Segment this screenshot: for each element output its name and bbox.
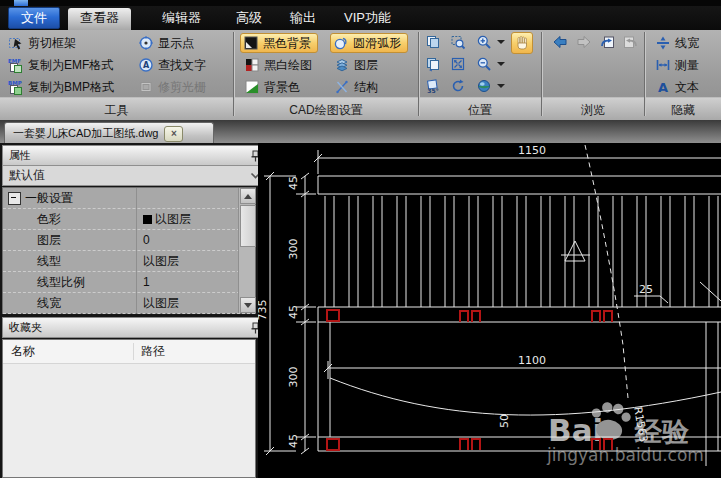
redo-page-glyph xyxy=(622,34,638,50)
properties-preset-select[interactable]: 默认值 xyxy=(2,165,268,186)
prop-value: 1 xyxy=(143,272,150,292)
bw-drawing-button[interactable]: 黑白绘图 xyxy=(244,56,312,74)
text-icon: A xyxy=(655,79,671,95)
properties-scrollbar[interactable] xyxy=(238,188,255,313)
find-text-icon: A xyxy=(138,57,154,73)
group-row-label: 一般设置 xyxy=(25,188,73,208)
svg-text:A: A xyxy=(658,80,668,95)
hand-icon xyxy=(514,35,530,51)
column-name[interactable]: 名称 xyxy=(11,340,35,363)
3d-orbit-icon[interactable] xyxy=(474,76,494,96)
property-row-lineweight[interactable]: 线宽 以图层 xyxy=(3,293,255,314)
color-swatch xyxy=(143,215,152,224)
favorites-list: 名称 路径 xyxy=(2,339,256,478)
svg-text:35°: 35° xyxy=(427,87,438,94)
find-text-button[interactable]: A 查找文字 xyxy=(138,56,206,74)
swap-view-icon[interactable] xyxy=(423,54,443,74)
previous-view-icon[interactable] xyxy=(598,32,618,52)
rotate-view-icon[interactable] xyxy=(448,76,468,96)
property-row-ltscale[interactable]: 线型比例 1 xyxy=(3,272,255,293)
black-background-label: 黑色背景 xyxy=(263,35,311,52)
scrollbar-thumb[interactable] xyxy=(240,205,256,247)
arrow-left-glyph xyxy=(552,34,568,50)
menu-tab-editor[interactable]: 编辑器 xyxy=(150,8,213,28)
structure-label: 结构 xyxy=(354,79,378,96)
zoom-in-icon[interactable] xyxy=(474,32,494,52)
drawing-canvas[interactable]: Bai 经验 jingyan.baidu.com xyxy=(258,143,721,478)
group-label-browse: 浏览 xyxy=(542,100,644,120)
background-color-button[interactable]: 背景色 xyxy=(244,78,300,96)
dimension-labels: 1150 1100 735 45 300 45 300 45 50 25 R15… xyxy=(258,144,653,448)
menu-tab-viewer[interactable]: 查看器 xyxy=(68,8,131,30)
collapse-icon[interactable] xyxy=(8,192,21,205)
ribbon: 剪切框架 EMF 复制为EMF格式 BMP 复制为BMP格式 显示点 A 查找 xyxy=(0,30,721,120)
dim-inner-width: 1100 xyxy=(518,354,546,367)
menu-file[interactable]: 文件 xyxy=(8,7,60,29)
pan-hand-button[interactable] xyxy=(511,32,533,54)
smooth-arc-toggle[interactable]: 圆滑弧形 xyxy=(330,33,408,53)
sphere-glyph xyxy=(476,78,492,94)
property-row-color[interactable]: 色彩 以图层 xyxy=(3,209,255,230)
column-divider xyxy=(133,343,134,360)
rotate-angle-icon[interactable]: 35° xyxy=(423,76,443,96)
zoom-out-icon[interactable] xyxy=(474,54,494,74)
show-points-button[interactable]: 显示点 xyxy=(138,34,194,52)
copy-emf-icon: EMF xyxy=(8,57,24,73)
tab-close-button[interactable]: × xyxy=(164,126,183,142)
zoom-out-glyph xyxy=(476,56,492,72)
scroll-down-button[interactable] xyxy=(240,297,256,313)
cut-frame-label: 剪切框架 xyxy=(28,35,76,52)
background-color-label: 背景色 xyxy=(264,79,300,96)
trim-raster-label: 修剪光栅 xyxy=(158,79,206,96)
document-tab-title: 一套婴儿床CAD加工图纸.dwg xyxy=(13,126,158,141)
fit-screen-glyph xyxy=(450,56,466,72)
zoom-out-dropdown[interactable] xyxy=(497,62,505,66)
copy-emf-label: 复制为EMF格式 xyxy=(28,57,113,74)
back-icon[interactable] xyxy=(550,32,570,52)
cut-frame-icon xyxy=(8,35,24,51)
menu-tab-advanced[interactable]: 高级 xyxy=(224,8,274,28)
copy-view-icon[interactable] xyxy=(423,32,443,52)
zoom-extents-icon[interactable] xyxy=(448,54,468,74)
property-row-layer[interactable]: 图层 0 xyxy=(3,230,255,251)
layers-icon xyxy=(334,57,350,73)
dim-300a: 300 xyxy=(287,239,300,260)
orbit-dropdown[interactable] xyxy=(497,84,505,88)
text-label: 文本 xyxy=(675,79,699,96)
copy-emf-button[interactable]: EMF 复制为EMF格式 xyxy=(8,56,113,74)
svg-text:EMF: EMF xyxy=(8,58,21,64)
left-panel: 属性 默认值 一般设置 色彩 以图层 图层 0 线型 xyxy=(0,143,258,478)
text-toggle[interactable]: A 文本 xyxy=(655,78,699,96)
watermark-url: jingyan.baidu.com xyxy=(546,445,704,465)
property-row-linetype[interactable]: 线型 以图层 xyxy=(3,251,255,272)
prop-value: 0 xyxy=(143,230,150,250)
pages-icon xyxy=(425,34,441,50)
column-path[interactable]: 路径 xyxy=(141,340,165,363)
menu-tab-output[interactable]: 输出 xyxy=(278,8,328,28)
structure-button[interactable]: 结构 xyxy=(334,78,378,96)
zoom-in-dropdown[interactable] xyxy=(497,40,505,44)
scroll-up-button[interactable] xyxy=(240,188,256,204)
cut-frame-button[interactable]: 剪切框架 xyxy=(8,34,76,52)
prop-key: 线型比例 xyxy=(37,272,85,292)
rotate-arrows-glyph xyxy=(450,78,466,94)
bw-drawing-label: 黑白绘图 xyxy=(264,57,312,74)
black-background-icon xyxy=(243,35,259,51)
dim-45b: 45 xyxy=(287,305,300,319)
prop-value: 以图层 xyxy=(143,293,179,313)
document-tab[interactable]: 一套婴儿床CAD加工图纸.dwg × xyxy=(4,122,214,144)
property-group-row[interactable]: 一般设置 xyxy=(3,188,255,209)
menu-tab-vip[interactable]: VIP功能 xyxy=(332,8,403,28)
prop-key: 图层 xyxy=(37,230,61,250)
layers-button[interactable]: 图层 xyxy=(334,56,378,74)
linewidth-toggle[interactable]: 线宽 xyxy=(655,34,699,52)
black-background-toggle[interactable]: 黑色背景 xyxy=(240,33,318,53)
smooth-arc-label: 圆滑弧形 xyxy=(353,35,401,52)
group-label-hide: 隐藏 xyxy=(645,100,721,120)
linewidth-label: 线宽 xyxy=(675,35,699,52)
zoom-window-icon[interactable] xyxy=(448,32,468,52)
dim-300b: 300 xyxy=(287,367,300,388)
copy-bmp-button[interactable]: BMP 复制为BMP格式 xyxy=(8,78,114,96)
measure-toggle[interactable]: 测量 xyxy=(655,56,699,74)
show-points-label: 显示点 xyxy=(158,35,194,52)
